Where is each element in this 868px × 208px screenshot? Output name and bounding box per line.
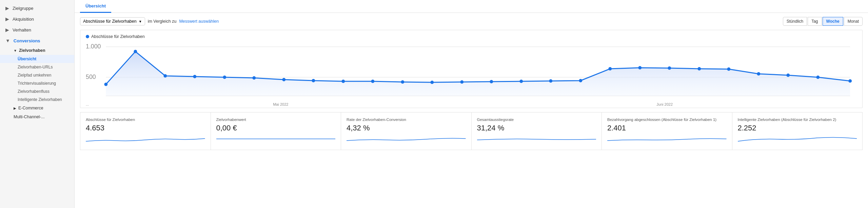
- page-content: Abschlüsse für Zielvorhaben ▼ im Verglei…: [75, 13, 868, 208]
- sidebar-item-conversions[interactable]: ▼ Conversions: [0, 35, 74, 46]
- svg-point-28: [786, 74, 790, 77]
- svg-point-20: [549, 79, 552, 83]
- metric-value-conversion-rate: 4,32 %: [347, 124, 466, 132]
- metric-label-bezahlvorgang: Bezahlvorgang abgeschlossen (Abschlüsse …: [607, 117, 727, 122]
- svg-point-5: [104, 83, 107, 86]
- sidebar-item-zielvorhaben[interactable]: ▼ Zielvorhaben: [0, 46, 74, 55]
- sidebar-sub-sub-label: Intelligente Zielvorhaben: [18, 97, 62, 102]
- chevron-right-icon: ▶: [14, 106, 16, 110]
- sidebar-item-zielgruppe[interactable]: ▶ Zielgruppe: [0, 3, 74, 14]
- main-content: Übersicht Abschlüsse für Zielvorhaben ▼ …: [75, 0, 868, 208]
- svg-point-9: [223, 76, 226, 79]
- sidebar-sub-label: E-Commerce: [18, 106, 43, 110]
- metric-value-gesamtausstiegsrate: 31,24 %: [477, 124, 596, 132]
- sidebar-item-trichtervisualisierung[interactable]: Trichtervisualisierung: [0, 79, 74, 87]
- compare-text: im Vergleich zu: [148, 19, 177, 24]
- sidebar-sub-sub-label: Übersicht: [18, 57, 36, 61]
- legend-dot: [86, 35, 89, 38]
- metric-card-abschluesse: Abschlüsse für Zielvorhaben 4.653: [80, 112, 211, 150]
- chevron-down-icon: ▼: [139, 20, 142, 23]
- metric-card-gesamtausstiegsrate: Gesamtausstiegsrate 31,24 %: [472, 112, 602, 150]
- chevron-down-icon: ▼: [14, 49, 17, 53]
- svg-point-7: [163, 74, 167, 78]
- sidebar-sub-label: Multi-Channel-...: [14, 115, 45, 119]
- svg-text:1.000: 1.000: [86, 43, 101, 50]
- sparkline-abschluesse: [86, 134, 205, 144]
- dropdown-label: Abschlüsse für Zielvorhaben: [83, 19, 137, 24]
- sidebar-item-zielpfad-umkehren[interactable]: Zielpfad umkehren: [0, 71, 74, 79]
- svg-point-30: [848, 79, 852, 83]
- metric-label-gesamtausstiegsrate: Gesamtausstiegsrate: [477, 117, 596, 122]
- metrics-row: Abschlüsse für Zielvorhaben 4.653 Zielvo…: [80, 112, 863, 150]
- tab-uebersicht[interactable]: Übersicht: [80, 0, 111, 13]
- sparkline-gesamtausstiegsrate: [477, 134, 596, 144]
- svg-point-10: [252, 76, 256, 80]
- time-btn-stuendlich[interactable]: Stündlich: [783, 17, 807, 26]
- sparkline-conversion-rate: [347, 134, 466, 144]
- messwert-link[interactable]: Messwert auswählen: [179, 19, 219, 24]
- tab-bar: Übersicht: [75, 0, 868, 13]
- sidebar-item-uebersicht[interactable]: Übersicht: [0, 55, 74, 63]
- zielgruppe-icon: ▶: [5, 5, 9, 11]
- toolbar: Abschlüsse für Zielvorhaben ▼ im Verglei…: [80, 17, 863, 26]
- chart-legend: Abschlüsse für Zielvorhaben: [86, 34, 857, 39]
- toolbar-left: Abschlüsse für Zielvorhaben ▼ im Verglei…: [80, 17, 219, 25]
- svg-text:500: 500: [86, 74, 96, 80]
- svg-point-18: [490, 80, 493, 83]
- svg-point-14: [371, 80, 374, 83]
- toolbar-right: Stündlich Tag Woche Monat: [783, 17, 863, 26]
- sparkline-bezahlvorgang: [607, 134, 727, 144]
- svg-point-19: [519, 80, 523, 83]
- x-label-juni: Juni 2022: [656, 102, 673, 106]
- svg-point-21: [579, 79, 582, 82]
- sidebar-item-akquisition[interactable]: ▶ Akquisition: [0, 14, 74, 24]
- verhalten-icon: ▶: [5, 27, 9, 33]
- chart-area: Abschlüsse für Zielvorhaben 1.000 500: [80, 30, 863, 108]
- svg-point-24: [668, 66, 671, 70]
- metric-value-zielvorhabenwert: 0,00 €: [216, 124, 336, 132]
- sidebar-item-ecommerce[interactable]: ▶ E-Commerce: [0, 104, 74, 112]
- metric-label-intelligente-zielvorhaben: Intelligente Zielvorhaben (Abschlüsse fü…: [738, 117, 857, 122]
- akquisition-icon: ▶: [5, 16, 9, 22]
- sidebar-item-label: Conversions: [14, 38, 40, 43]
- sidebar-item-zielvorhaben-urls[interactable]: Zielvorhaben-URLs: [0, 63, 74, 71]
- sidebar-item-multi-channel[interactable]: Multi-Channel-...: [0, 112, 74, 121]
- metric-label-zielvorhabenwert: Zielvorhabenwert: [216, 117, 336, 122]
- sidebar-item-zielvorhabenfluss[interactable]: Zielvorhabenfluss: [0, 87, 74, 96]
- time-btn-woche[interactable]: Woche: [823, 17, 843, 26]
- x-label-0: ...: [86, 102, 89, 106]
- chart-wrapper: 1.000 500: [86, 42, 857, 101]
- metric-card-intelligente-zielvorhaben: Intelligente Zielvorhaben (Abschlüsse fü…: [732, 112, 863, 150]
- sidebar-item-verhalten[interactable]: ▶ Verhalten: [0, 24, 74, 35]
- sidebar-sub-sub-label: Zielpfad umkehren: [18, 73, 51, 78]
- svg-point-17: [460, 80, 463, 84]
- svg-point-13: [341, 80, 345, 83]
- svg-point-12: [312, 79, 315, 82]
- svg-point-25: [697, 67, 701, 70]
- time-btn-tag[interactable]: Tag: [808, 17, 822, 26]
- svg-point-27: [757, 72, 760, 76]
- svg-point-11: [282, 78, 285, 81]
- sidebar-sub-sub-label: Trichtervisualisierung: [18, 81, 56, 86]
- svg-point-8: [193, 75, 196, 78]
- sidebar-item-intelligente-zielvorhaben[interactable]: Intelligente Zielvorhaben: [0, 96, 74, 104]
- metric-value-intelligente-zielvorhaben: 2.252: [738, 124, 857, 132]
- legend-label: Abschlüsse für Zielvorhaben: [91, 34, 145, 39]
- sidebar-item-label: Akquisition: [13, 17, 34, 22]
- sidebar-sub-sub-label: Zielvorhabenfluss: [18, 89, 50, 94]
- svg-point-6: [134, 50, 137, 53]
- sidebar-sub-sub-label: Zielvorhaben-URLs: [18, 65, 53, 69]
- svg-point-29: [816, 76, 820, 79]
- time-btn-monat[interactable]: Monat: [844, 17, 863, 26]
- sparkline-zielvorhabenwert: [216, 134, 336, 144]
- metric-card-conversion-rate: Rate der Zielvorhaben-Conversion 4,32 %: [341, 112, 472, 150]
- chart-x-labels: ... Mai 2022 Juni 2022: [86, 101, 857, 106]
- metric-card-zielvorhabenwert: Zielvorhabenwert 0,00 €: [211, 112, 341, 150]
- svg-point-26: [727, 67, 730, 71]
- metric-dropdown[interactable]: Abschlüsse für Zielvorhaben ▼: [80, 17, 145, 25]
- svg-point-22: [608, 67, 612, 70]
- sidebar-item-label: Zielgruppe: [13, 6, 33, 11]
- chart-svg: 1.000 500: [86, 42, 857, 101]
- metric-card-bezahlvorgang: Bezahlvorgang abgeschlossen (Abschlüsse …: [602, 112, 732, 150]
- metric-label-abschluesse: Abschlüsse für Zielvorhaben: [86, 117, 205, 122]
